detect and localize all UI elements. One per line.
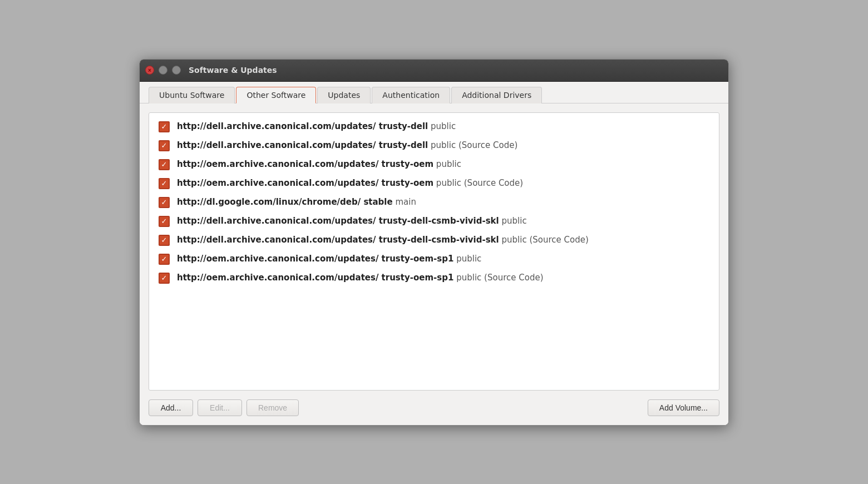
source-label: http://oem.archive.canonical.com/updates…: [177, 272, 543, 284]
tab-ubuntu-software[interactable]: Ubuntu Software: [149, 87, 235, 103]
source-checkbox[interactable]: [158, 140, 170, 152]
source-url: http://oem.archive.canonical.com/updates…: [177, 159, 433, 169]
source-suffix: public (Source Code): [453, 273, 543, 283]
source-label: http://oem.archive.canonical.com/updates…: [177, 177, 523, 189]
source-url: http://dell.archive.canonical.com/update…: [177, 216, 499, 226]
source-suffix: public: [428, 121, 456, 131]
source-suffix: public (Source Code): [428, 140, 517, 150]
list-item[interactable]: http://oem.archive.canonical.com/updates…: [149, 269, 719, 288]
list-item[interactable]: http://oem.archive.canonical.com/updates…: [149, 155, 719, 174]
list-item[interactable]: http://dell.archive.canonical.com/update…: [149, 136, 719, 155]
source-url: http://dl.google.com/linux/chrome/deb/ s…: [177, 197, 393, 207]
tab-other-software[interactable]: Other Software: [236, 87, 316, 103]
list-item[interactable]: http://dell.archive.canonical.com/update…: [149, 231, 719, 250]
sources-list: http://dell.archive.canonical.com/update…: [149, 112, 719, 391]
source-label: http://oem.archive.canonical.com/updates…: [177, 253, 481, 265]
remove-button[interactable]: Remove: [246, 399, 299, 416]
list-item[interactable]: http://oem.archive.canonical.com/updates…: [149, 250, 719, 269]
source-url: http://dell.archive.canonical.com/update…: [177, 140, 428, 150]
source-label: http://dell.archive.canonical.com/update…: [177, 140, 517, 151]
tab-authentication[interactable]: Authentication: [372, 87, 450, 103]
source-label: http://dl.google.com/linux/chrome/deb/ s…: [177, 196, 416, 208]
source-label: http://dell.archive.canonical.com/update…: [177, 121, 456, 132]
tabs-bar: Ubuntu Software Other Software Updates A…: [140, 82, 728, 103]
source-checkbox[interactable]: [158, 196, 170, 209]
main-window: × Software & Updates Ubuntu Software Oth…: [139, 59, 729, 426]
maximize-button[interactable]: [172, 66, 181, 75]
titlebar: × Software & Updates: [140, 60, 728, 82]
source-label: http://dell.archive.canonical.com/update…: [177, 234, 589, 246]
source-suffix: public: [499, 216, 527, 226]
source-suffix: public (Source Code): [499, 235, 589, 245]
source-label: http://oem.archive.canonical.com/updates…: [177, 159, 461, 170]
window-title: Software & Updates: [189, 66, 277, 75]
source-url: http://dell.archive.canonical.com/update…: [177, 121, 428, 131]
list-item[interactable]: http://oem.archive.canonical.com/updates…: [149, 174, 719, 193]
edit-button[interactable]: Edit...: [198, 399, 242, 416]
source-checkbox[interactable]: [158, 234, 170, 246]
tab-updates[interactable]: Updates: [317, 87, 371, 103]
source-checkbox[interactable]: [158, 215, 170, 228]
source-suffix: public: [433, 159, 461, 169]
source-url: http://oem.archive.canonical.com/updates…: [177, 273, 453, 283]
source-checkbox[interactable]: [158, 177, 170, 190]
list-item[interactable]: http://dell.archive.canonical.com/update…: [149, 117, 719, 136]
source-url: http://oem.archive.canonical.com/updates…: [177, 178, 433, 188]
source-checkbox[interactable]: [158, 159, 170, 171]
source-url: http://dell.archive.canonical.com/update…: [177, 235, 499, 245]
tab-additional-drivers[interactable]: Additional Drivers: [451, 87, 542, 103]
source-checkbox[interactable]: [158, 272, 170, 284]
source-suffix: public (Source Code): [433, 178, 523, 188]
source-label: http://dell.archive.canonical.com/update…: [177, 215, 527, 227]
source-url: http://oem.archive.canonical.com/updates…: [177, 254, 453, 264]
content-area: http://dell.archive.canonical.com/update…: [140, 103, 728, 425]
source-suffix: public: [453, 254, 481, 264]
list-item[interactable]: http://dl.google.com/linux/chrome/deb/ s…: [149, 193, 719, 212]
list-item[interactable]: http://dell.archive.canonical.com/update…: [149, 212, 719, 231]
source-checkbox[interactable]: [158, 121, 170, 133]
close-button[interactable]: ×: [145, 66, 154, 75]
source-checkbox[interactable]: [158, 253, 170, 265]
add-volume-button[interactable]: Add Volume...: [648, 399, 719, 416]
buttons-bar: Add... Edit... Remove Add Volume...: [149, 399, 719, 416]
add-button[interactable]: Add...: [149, 399, 193, 416]
source-suffix: main: [393, 197, 416, 207]
minimize-button[interactable]: [159, 66, 167, 75]
